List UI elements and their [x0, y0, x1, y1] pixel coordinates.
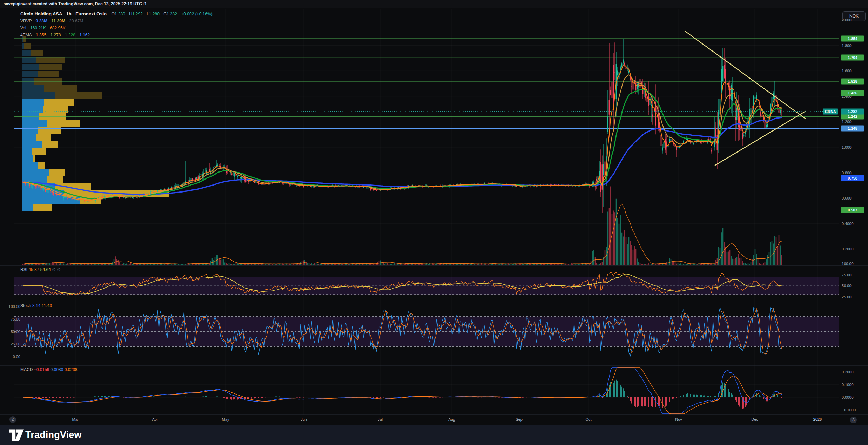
- vrvp-value-1: 9.28M: [36, 19, 47, 23]
- ema-value-4: 1.162: [79, 33, 90, 38]
- tradingview-screenshot: savepiginvest created with TradingView.c…: [0, 0, 868, 445]
- macd-tick: 0.2000: [842, 370, 854, 374]
- vrvp-legend-row[interactable]: VRVP 9.28M 11.39M 20.67M: [20, 18, 213, 25]
- time-tick: Jun: [301, 417, 307, 422]
- rsi-legend-row[interactable]: RSI 45.87 54.64 ∅ ∅: [20, 267, 60, 272]
- high-value: 1.292: [132, 12, 143, 16]
- vrvp-value-2: 11.39M: [52, 19, 65, 23]
- time-tick: Dec: [751, 417, 758, 422]
- ema-value-2: 1.278: [50, 33, 61, 38]
- chart-canvas[interactable]: [0, 8, 868, 425]
- stoch-value-2: 11.43: [42, 303, 52, 308]
- time-tick: Jul: [378, 417, 383, 422]
- time-tick: Oct: [585, 417, 591, 422]
- price-level-label: 0.758: [841, 175, 864, 181]
- low-value: 1.280: [149, 12, 160, 16]
- time-tick: Mar: [72, 417, 79, 422]
- price-tick: 0.2000: [842, 247, 854, 251]
- macd-value-3: 0.0238: [65, 367, 78, 372]
- stoch-value-1: 8.14: [32, 303, 40, 308]
- vol-value-1: 160.21K: [30, 26, 46, 31]
- macd-tick: 0.0000: [842, 395, 854, 399]
- price-tick: 2.000: [842, 18, 852, 22]
- tradingview-wordmark[interactable]: TradingView: [25, 430, 82, 440]
- price-tick: 1.000: [842, 145, 852, 149]
- stoch-tick: 100.00: [8, 304, 20, 309]
- rsi-tick: 100.00: [842, 262, 854, 266]
- price-tick: 1.600: [842, 69, 852, 73]
- stoch-label: Stoch: [20, 303, 31, 308]
- chart-area[interactable]: Circio Holding ASA · 1h · Euronext Oslo …: [0, 8, 868, 425]
- rsi-tick: 25.00: [842, 295, 852, 299]
- symbol-title: Circio Holding ASA · 1h · Euronext Oslo: [20, 11, 107, 16]
- footer-bar: TradingView: [0, 425, 868, 445]
- price-level-label: 0.507: [841, 207, 864, 213]
- price-level-label: 1.704: [841, 55, 864, 61]
- timezone-button[interactable]: Z: [9, 416, 16, 423]
- time-axis[interactable]: [0, 415, 868, 425]
- macd-tick: 0.1000: [842, 383, 854, 387]
- stoch-legend-row[interactable]: Stoch 8.14 11.43: [20, 303, 52, 308]
- time-tick: Apr: [152, 417, 158, 422]
- rsi-value-1: 45.87: [28, 267, 39, 272]
- volume-legend-row[interactable]: Vol 160.21K 682.96K: [20, 25, 213, 32]
- vrvp-label: VRVP: [20, 19, 32, 23]
- rsi-tick: 75.00: [842, 273, 852, 277]
- price-level-label: 1.148: [841, 126, 864, 132]
- last-price-label: 1.282: [841, 108, 864, 114]
- tradingview-logo-icon[interactable]: [9, 429, 24, 441]
- vol-label: Vol: [20, 26, 26, 31]
- symbol-legend-row[interactable]: Circio Holding ASA · 1h · Euronext Oslo …: [20, 11, 213, 18]
- macd-value-2: 0.0080: [51, 367, 63, 372]
- ema-legend-row[interactable]: 4EMA 1.355 1.278 1.228 1.162: [20, 32, 213, 39]
- ema-label: 4EMA: [20, 33, 32, 38]
- open-value: 1.280: [115, 12, 125, 16]
- vol-value-2: 682.96K: [50, 26, 66, 31]
- price-level-label: 1.518: [841, 78, 864, 84]
- stoch-tick: 75.00: [11, 317, 20, 321]
- rsi-empty-1: ∅: [52, 267, 55, 272]
- close-key: C: [163, 12, 167, 16]
- time-tick: Nov: [675, 417, 682, 422]
- low-key: L: [147, 12, 149, 16]
- rsi-tick: 50.00: [842, 284, 852, 288]
- rsi-value-2: 54.64: [40, 267, 51, 272]
- macd-legend-row[interactable]: MACD −0.0159 0.0080 0.0238: [20, 367, 78, 372]
- price-level-label: 1.242: [841, 114, 864, 120]
- macd-value-1: −0.0159: [34, 367, 49, 372]
- price-tick: 0.800: [842, 171, 852, 175]
- price-tick: 0.4000: [842, 222, 854, 226]
- macd-label: MACD: [20, 367, 33, 372]
- open-key: O: [111, 12, 114, 16]
- change-value: +0.002 (+0.16%): [181, 12, 212, 16]
- symbol-price-tag: CRNA: [823, 108, 838, 114]
- price-level-label: 1.426: [841, 90, 864, 96]
- stoch-tick: 0.00: [13, 355, 20, 359]
- attribution-bar: savepiginvest created with TradingView.c…: [0, 0, 868, 8]
- stoch-tick: 25.00: [11, 342, 20, 346]
- high-key: H: [129, 12, 132, 16]
- time-tick: Sep: [516, 417, 523, 422]
- price-tick: 0.600: [842, 196, 852, 200]
- rsi-empty-2: ∅: [57, 267, 60, 272]
- auto-scale-button[interactable]: A: [850, 417, 857, 423]
- ema-value-1: 1.355: [36, 33, 46, 38]
- time-tick: Aug: [448, 417, 455, 422]
- price-tick: 1.200: [842, 120, 852, 124]
- attribution-text: savepiginvest created with TradingView.c…: [4, 1, 147, 6]
- time-tick: May: [222, 417, 229, 422]
- rsi-label: RSI: [20, 267, 27, 272]
- close-value: 1.282: [167, 12, 177, 16]
- time-tick: 2026: [813, 417, 822, 422]
- main-legend: Circio Holding ASA · 1h · Euronext Oslo …: [20, 11, 213, 39]
- price-level-label: 1.854: [841, 35, 864, 41]
- ema-value-3: 1.228: [65, 33, 75, 38]
- price-tick: 1.800: [842, 43, 852, 48]
- stoch-tick: 50.00: [11, 330, 20, 334]
- macd-tick: −0.1000: [842, 408, 856, 412]
- vrvp-value-3: 20.67M: [69, 19, 83, 23]
